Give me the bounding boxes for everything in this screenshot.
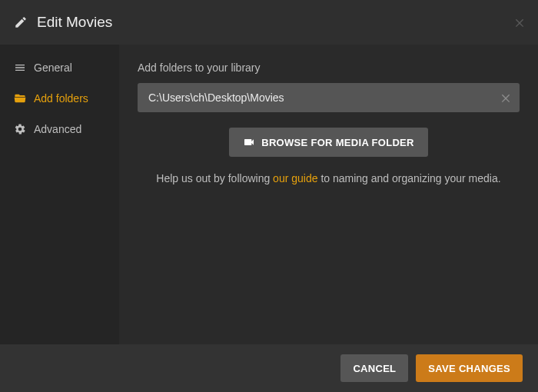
browse-media-button[interactable]: BROWSE FOR MEDIA FOLDER [229, 128, 428, 157]
modal-footer: CANCEL SAVE CHANGES [0, 344, 538, 392]
cancel-button[interactable]: CANCEL [340, 354, 408, 382]
modal-header: Edit Movies [0, 0, 538, 45]
help-prefix: Help us out by following [156, 172, 273, 184]
list-icon [14, 61, 26, 74]
sidebar-item-label: General [34, 61, 72, 74]
help-suffix: to naming and organizing your media. [318, 172, 501, 184]
save-changes-button[interactable]: SAVE CHANGES [416, 354, 523, 382]
section-label: Add folders to your library [138, 61, 520, 74]
browse-wrap: BROWSE FOR MEDIA FOLDER [138, 128, 520, 157]
sidebar-item-label: Advanced [34, 123, 81, 135]
sidebar: General Add folders Advanced [0, 45, 119, 344]
content-pane: Add folders to your library C:\Users\ch\… [119, 45, 538, 344]
sidebar-item-general[interactable]: General [0, 52, 119, 83]
sidebar-item-add-folders[interactable]: Add folders [0, 83, 119, 114]
modal-title: Edit Movies [37, 14, 112, 31]
close-icon[interactable] [513, 16, 526, 28]
media-folder-icon [243, 136, 255, 148]
help-text: Help us out by following our guide to na… [138, 172, 520, 184]
remove-folder-icon[interactable] [500, 91, 512, 104]
browse-button-label: BROWSE FOR MEDIA FOLDER [261, 137, 414, 148]
edit-library-modal: Edit Movies General Add folders [0, 0, 538, 392]
pencil-icon [14, 15, 28, 29]
sidebar-item-label: Add folders [34, 92, 88, 105]
sidebar-item-advanced[interactable]: Advanced [0, 114, 119, 145]
folder-path: C:\Users\ch\Desktop\Movies [148, 91, 500, 104]
help-guide-link[interactable]: our guide [273, 172, 317, 184]
gear-icon [14, 123, 26, 135]
folder-open-icon [14, 92, 26, 105]
modal-body: General Add folders Advanced Add folders… [0, 45, 538, 344]
folder-row: C:\Users\ch\Desktop\Movies [138, 83, 520, 112]
